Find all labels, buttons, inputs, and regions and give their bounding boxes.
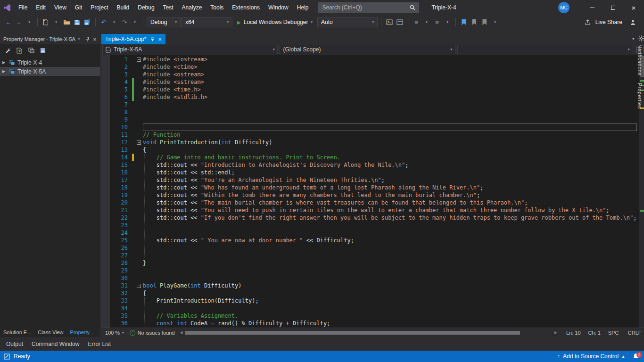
tab-solution-explorer[interactable]: Solution E...: [0, 329, 34, 335]
undo-icon[interactable]: ↶: [99, 17, 108, 27]
code-line[interactable]: 14 // Game intro and basic instructions.…: [101, 154, 644, 161]
menu-tools[interactable]: Tools: [206, 0, 228, 15]
health-indicator[interactable]: ✓ No issues found: [130, 330, 175, 336]
code-line[interactable]: 37 const int CodeB = rand() % Difficulty…: [101, 327, 644, 328]
code-line[interactable]: 30: [101, 274, 644, 282]
add-sheet-icon[interactable]: [17, 48, 23, 54]
properties-wrench-icon[interactable]: [5, 48, 11, 54]
code-line[interactable]: 36 const int CodeA = rand() % Difficulty…: [101, 320, 644, 327]
code-line[interactable]: 10: [101, 123, 644, 131]
outline-list-icon[interactable]: ≡: [412, 17, 421, 27]
code-line[interactable]: 8: [101, 108, 644, 116]
nav-member-select[interactable]: ▾: [457, 45, 633, 54]
new-file-icon[interactable]: [41, 17, 50, 27]
previous-bookmark-icon[interactable]: [470, 17, 479, 27]
code-line[interactable]: 19 std::cout << "Within the tomb there a…: [101, 191, 644, 199]
code-line[interactable]: 12void PrintIntroduction(int Difficulty): [101, 139, 644, 146]
save-all-icon[interactable]: [83, 17, 92, 27]
code-line[interactable]: 13{: [101, 146, 644, 154]
search-input[interactable]: [322, 4, 410, 11]
add-to-source-control-button[interactable]: Add to Source Control: [563, 353, 619, 360]
menu-git[interactable]: Git: [71, 0, 86, 15]
watch-mode-select[interactable]: Auto ▾: [317, 17, 378, 27]
code-line[interactable]: 7: [101, 101, 644, 108]
feedback-icon[interactable]: [628, 17, 637, 27]
code-line[interactable]: 6#include <stdlib.h>: [101, 93, 644, 101]
scroll-left-icon[interactable]: ◀: [179, 330, 184, 335]
menu-test[interactable]: Test: [159, 0, 178, 15]
redo-dropdown-icon[interactable]: ▾: [130, 17, 140, 27]
code-line[interactable]: 2#include <ctime>: [101, 63, 644, 71]
open-folder-icon[interactable]: [62, 17, 71, 27]
close-tab-icon[interactable]: ×: [158, 36, 162, 43]
code-line[interactable]: 29: [101, 267, 644, 274]
code-line[interactable]: 35 // Variables Assignment.: [101, 312, 644, 320]
maximize-button[interactable]: [603, 0, 623, 15]
nav-scope-select[interactable]: (Global Scope) ▾: [280, 45, 455, 54]
line-indicator[interactable]: Ln: 10: [562, 330, 585, 336]
diagram-icon[interactable]: [385, 17, 394, 27]
code-line[interactable]: 5#include <time.h>: [101, 86, 644, 93]
frame-icon[interactable]: [395, 17, 405, 27]
navigate-back-icon[interactable]: ←: [4, 17, 13, 27]
code-line[interactable]: 25 std::cout << " You are now at door nu…: [101, 237, 644, 244]
save-icon[interactable]: [72, 17, 82, 27]
start-debugging-button[interactable]: ▶ Local Windows Debugger ▾: [233, 17, 316, 27]
code-line[interactable]: 9: [101, 116, 644, 123]
tab-class-view[interactable]: Class View: [34, 329, 66, 335]
tab-output[interactable]: Output: [2, 341, 27, 347]
indent-dropdown-icon[interactable]: ▾: [443, 17, 452, 27]
code-line[interactable]: 17 std::cout << "You're an Archaeologist…: [101, 176, 644, 184]
menu-analyze[interactable]: Analyze: [178, 0, 206, 15]
menu-edit[interactable]: Edit: [32, 0, 50, 15]
code-line[interactable]: 32{: [101, 289, 644, 297]
column-indicator[interactable]: Ch: 1: [585, 330, 604, 336]
menu-file[interactable]: File: [14, 0, 32, 15]
collapse-region-icon[interactable]: [137, 58, 141, 62]
indent-list-icon[interactable]: ≡: [432, 17, 442, 27]
spaces-indicator[interactable]: SPC: [604, 330, 624, 336]
solution-configuration-select[interactable]: Debug ▾: [147, 17, 181, 27]
layers-icon[interactable]: [28, 48, 34, 53]
tree-item-triple-x-5a[interactable]: ▶ Triple-X-5A: [0, 67, 100, 76]
code-line[interactable]: 28}: [101, 259, 644, 267]
code-line[interactable]: 21 std::cout << "You will need to push i…: [101, 206, 644, 214]
new-file-dropdown-icon[interactable]: ▾: [51, 17, 61, 27]
expand-arrow-icon[interactable]: ▶: [2, 69, 7, 74]
code-editor[interactable]: 1#include <iostream>2#include <ctime>3#i…: [101, 55, 644, 328]
scrollbar-thumb[interactable]: [185, 331, 520, 335]
pin-icon[interactable]: [85, 37, 90, 42]
code-line[interactable]: 4#include <sstream>: [101, 78, 644, 86]
pin-icon[interactable]: [150, 37, 155, 41]
save-sheet-icon[interactable]: [40, 48, 46, 53]
code-line[interactable]: 3#include <ostream>: [101, 71, 644, 78]
tab-command-window[interactable]: Command Window: [27, 341, 83, 347]
nav-project-select[interactable]: ++ Triple-X-5A ▾: [102, 45, 278, 54]
editor-horizontal-scrollbar[interactable]: ◀ ▶: [179, 329, 559, 336]
collapse-region-icon[interactable]: [137, 140, 141, 145]
code-line[interactable]: 23: [101, 222, 644, 229]
scroll-right-icon[interactable]: ▶: [553, 330, 559, 335]
code-line[interactable]: 20 std::cout << "The main burial chamber…: [101, 199, 644, 206]
menu-extensions[interactable]: Extensions: [228, 0, 264, 15]
menu-build[interactable]: Build: [113, 0, 134, 15]
background-tasks-icon[interactable]: [4, 354, 10, 360]
next-bookmark-icon[interactable]: [480, 17, 489, 27]
user-avatar[interactable]: MC: [558, 2, 570, 13]
menu-project[interactable]: Project: [86, 0, 112, 15]
code-line[interactable]: 27: [101, 252, 644, 259]
bookmark-icon[interactable]: [459, 17, 469, 27]
code-line[interactable]: 18 std::cout << "Who has found an underg…: [101, 184, 644, 191]
zoom-select[interactable]: 100 % ▾: [101, 330, 128, 336]
property-manager-header[interactable]: Property Manager - Triple-X-5A ▾ ×: [0, 34, 100, 44]
minimize-button[interactable]: [582, 0, 603, 15]
active-files-dropdown-icon[interactable]: ▾: [632, 36, 635, 41]
code-line[interactable]: 24: [101, 229, 644, 237]
menu-view[interactable]: View: [50, 0, 71, 15]
navigation-dropdown-icon[interactable]: ▾: [25, 17, 34, 27]
tree-item-triple-x-4[interactable]: ▶ Triple-X-4: [0, 58, 100, 67]
code-line[interactable]: 31bool PlayGame(int Difficulty): [101, 282, 644, 289]
expand-arrow-icon[interactable]: ▶: [2, 60, 7, 65]
close-button[interactable]: ×: [623, 0, 644, 15]
quick-search-box[interactable]: [318, 2, 419, 13]
